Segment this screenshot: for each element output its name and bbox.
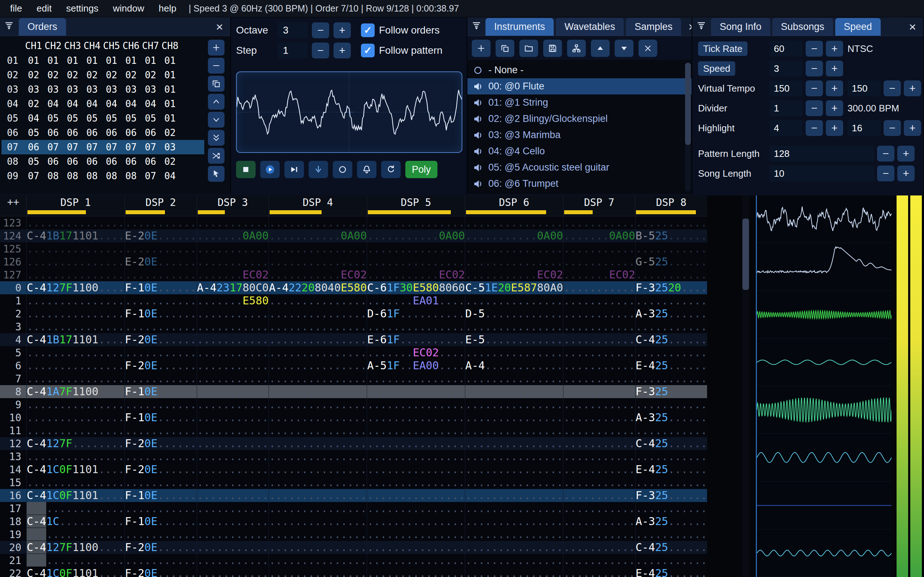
pattern-cell[interactable]: ...........	[563, 385, 635, 398]
pattern-cell[interactable]: ...............	[268, 424, 367, 437]
pattern-cell[interactable]: ...........	[124, 320, 197, 333]
pattern-cell[interactable]: ...............	[465, 320, 563, 333]
close-icon[interactable]: ×	[905, 21, 921, 33]
pattern-cell[interactable]: ...........	[563, 450, 635, 463]
pattern-cell[interactable]: ...............	[367, 528, 465, 541]
scrollbar-thumb[interactable]	[743, 219, 749, 290]
order-cell[interactable]: 06	[141, 156, 160, 167]
pattern-cell[interactable]: C-41B171101....	[26, 229, 124, 242]
pattern-cell[interactable]: ...............	[268, 515, 367, 528]
pattern-cell[interactable]: ...............	[26, 320, 124, 333]
pattern-cell[interactable]: ...............	[268, 398, 367, 411]
pattern-cell[interactable]: ...........	[635, 554, 707, 567]
pattern-cell[interactable]: ...............	[268, 502, 367, 515]
pattern-cell[interactable]: ...........0A00	[268, 229, 367, 242]
order-cell[interactable]: 05	[102, 113, 121, 124]
divider-increase-button[interactable]: +	[826, 100, 843, 116]
pattern-cell[interactable]: ...............	[268, 554, 367, 567]
menu-window[interactable]: window	[106, 3, 152, 14]
pattern-cell[interactable]: ...........	[197, 320, 269, 333]
pattern-cell[interactable]: ...............	[465, 424, 563, 437]
pattern-cell[interactable]: ...........	[124, 502, 197, 515]
order-cell[interactable]: 07	[24, 171, 43, 181]
highlight-first-input[interactable]: 4	[769, 120, 803, 136]
pattern-cell[interactable]: ...........EC02	[268, 268, 367, 281]
pattern-cell[interactable]: F-32520....	[635, 281, 707, 294]
pattern-cell[interactable]: .......0A00	[563, 229, 635, 242]
order-cell[interactable]: 01	[160, 113, 180, 124]
orders-add-button[interactable]	[208, 40, 225, 56]
tick-rate-increase-button[interactable]: +	[826, 41, 843, 56]
pattern-cell[interactable]: ...............	[367, 567, 465, 577]
pattern-cell[interactable]: A-422208040E580	[268, 281, 367, 294]
pattern-cell[interactable]: ...........	[124, 372, 197, 385]
pattern-cell[interactable]: ...........	[197, 437, 269, 450]
pattern-cell[interactable]: A-4231780C0	[197, 281, 269, 294]
pattern-cell[interactable]: ...............	[367, 463, 465, 476]
pattern-cell[interactable]: ...............	[268, 242, 367, 255]
pattern-cell[interactable]: ...........	[635, 450, 707, 463]
stop-button[interactable]	[236, 161, 255, 178]
order-cell[interactable]: 03	[141, 84, 160, 95]
window-menu-icon[interactable]	[696, 22, 707, 31]
pattern-cell[interactable]: ...............	[26, 476, 124, 489]
pattern-cell[interactable]: ...........	[635, 424, 707, 437]
pattern-cell[interactable]: B-525......	[635, 229, 707, 242]
speed-input[interactable]: 3	[769, 61, 803, 76]
order-cell[interactable]: 03	[160, 142, 180, 153]
instruments-clone-button[interactable]	[496, 40, 514, 57]
virtual-tempo-den-input[interactable]: 150	[848, 81, 881, 96]
order-cell[interactable]: 02	[121, 69, 141, 81]
orders-shuffle-button[interactable]	[208, 148, 225, 164]
pattern-cell[interactable]: C-41C..........	[26, 515, 124, 528]
order-cell[interactable]: 06	[121, 127, 141, 138]
pattern-cell[interactable]: ...........	[635, 398, 707, 411]
pattern-cell[interactable]: ...............	[367, 216, 465, 229]
pattern-cell[interactable]: E-425......	[635, 463, 707, 476]
pattern-cell[interactable]: F-20E......	[124, 333, 197, 346]
pattern-cell[interactable]: E-20E......	[124, 229, 197, 242]
pattern-cell[interactable]: ...............	[367, 502, 465, 515]
pattern-cell[interactable]: ...........	[197, 346, 269, 359]
pattern-cell[interactable]: ...........	[635, 476, 707, 489]
instruments-save-button[interactable]	[543, 40, 562, 57]
order-cell[interactable]: 06	[82, 127, 102, 138]
pattern-cell[interactable]: ...........	[563, 398, 635, 411]
pattern-cell[interactable]: C-41C0F1101....	[26, 489, 124, 502]
pattern-cell[interactable]: ...............	[26, 398, 124, 411]
order-cell[interactable]: 06	[63, 127, 82, 138]
pattern-cell[interactable]: ...............	[268, 307, 367, 320]
order-cell[interactable]: 01	[82, 55, 102, 66]
pattern-cell[interactable]: C-61F30E5808060	[367, 281, 465, 294]
order-cell[interactable]: 02	[102, 69, 121, 81]
tick-rate-input[interactable]: 60	[769, 41, 803, 56]
order-cell[interactable]: 03	[82, 84, 102, 95]
pattern-cell[interactable]: ...............	[367, 385, 465, 398]
play-button[interactable]	[260, 161, 280, 178]
instruments-move-down-button[interactable]	[615, 40, 633, 57]
metronome-button[interactable]	[357, 161, 376, 178]
pattern-cell[interactable]: C-4127F1100....	[26, 541, 124, 554]
pattern-cell[interactable]: ...........	[197, 502, 269, 515]
order-cell[interactable]: 04	[63, 98, 82, 109]
pattern-cell[interactable]: ...............	[465, 437, 563, 450]
tab-instruments[interactable]: Instruments	[485, 18, 554, 36]
order-cell[interactable]: 02	[141, 69, 160, 81]
pattern-cell[interactable]: ...........	[197, 567, 269, 577]
order-cell[interactable]: 06	[102, 127, 121, 138]
speed-increase-button[interactable]: +	[826, 61, 843, 76]
pattern-cell[interactable]: ...............	[367, 411, 465, 424]
pattern-cell[interactable]: ...............	[367, 242, 465, 255]
instrument-item[interactable]: 02: @2 Blingy/Glockenspiel	[467, 111, 691, 127]
pattern-cell[interactable]: F-10E......	[124, 489, 197, 502]
pattern-cell[interactable]: E-61F..........	[367, 333, 465, 346]
pattern-cell[interactable]: A-4............	[465, 359, 563, 372]
order-cell[interactable]: 01	[160, 84, 180, 95]
step-increase-button[interactable]: +	[333, 43, 351, 58]
pattern-cell[interactable]: E-20E......	[124, 255, 197, 268]
divider-decrease-button[interactable]: −	[806, 100, 823, 116]
channel-header-dsp-6[interactable]: DSP 6	[465, 195, 563, 216]
order-cell[interactable]: 02	[160, 127, 180, 138]
tab-wavetables[interactable]: Wavetables	[556, 18, 624, 36]
pattern-cell[interactable]: ...............	[268, 255, 367, 268]
